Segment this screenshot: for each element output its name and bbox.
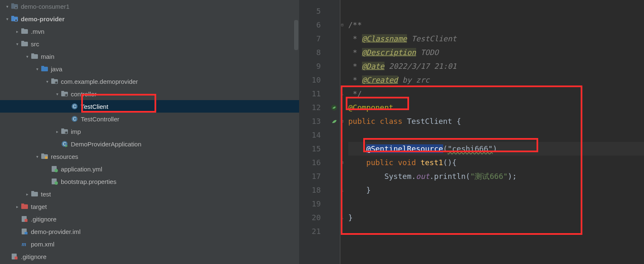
code-line[interactable]: * @Created by zrc (348, 73, 644, 87)
tree-item[interactable]: ▸target (0, 200, 299, 213)
svg-point-41 (55, 181, 58, 185)
code-line[interactable]: /** (348, 18, 644, 32)
scrollbar-thumb[interactable] (294, 20, 298, 50)
tree-item-label: DemoProviderApplication (71, 141, 141, 148)
tree-item-label: controller (71, 91, 97, 98)
token-field: out (416, 172, 430, 181)
tree-item[interactable]: ▸.mvn (0, 25, 299, 38)
chevron-down-icon[interactable]: ▾ (3, 17, 11, 21)
tree-item[interactable]: ▾java (0, 63, 299, 75)
tree-item-label: demo-provider (21, 15, 65, 23)
svg-rect-15 (41, 66, 44, 67)
code-line[interactable]: } (348, 211, 644, 224)
chevron-right-icon[interactable]: ▸ (53, 129, 61, 134)
code-line[interactable] (348, 4, 644, 18)
line-number: 14 (299, 128, 321, 142)
svg-text:m: m (22, 241, 26, 247)
chevron-down-icon[interactable]: ▾ (13, 42, 21, 46)
tree-item[interactable]: ▾demo-consumer1 (0, 0, 299, 13)
package-icon (61, 128, 68, 135)
folder-res-icon (41, 153, 48, 160)
code-line[interactable]: System.out.println("测试666"); (348, 169, 644, 183)
tree-item[interactable]: CDemoProviderApplication (0, 138, 299, 150)
code-line[interactable]: * @Description TODO (348, 45, 644, 59)
tree-item[interactable]: demo-provider.iml (0, 225, 299, 238)
code-line[interactable] (348, 197, 644, 211)
tree-item[interactable]: ▾controller (0, 88, 299, 100)
code-line[interactable]: */ (348, 87, 644, 101)
chevron-right-icon[interactable]: ▸ (23, 192, 31, 196)
chevron-down-icon[interactable]: ▾ (23, 54, 31, 59)
folder-icon (31, 190, 38, 198)
tree-item[interactable]: application.yml (0, 163, 299, 175)
token-method: test1 (420, 158, 443, 167)
gutter-empty (328, 73, 340, 87)
chevron-down-icon[interactable]: ▾ (53, 92, 61, 96)
gutter-empty (328, 18, 340, 32)
token-plain: ); (508, 172, 517, 181)
tree-item[interactable]: ▾src (0, 38, 299, 50)
gitignore-icon (11, 253, 18, 260)
code-line[interactable] (348, 224, 644, 238)
line-number: 20 (299, 211, 321, 224)
tree-item[interactable]: CTestController (0, 113, 299, 125)
token-plain: .println( (429, 172, 470, 181)
svg-rect-1 (11, 3, 14, 5)
gutter-empty (328, 183, 340, 197)
chevron-down-icon[interactable]: ▾ (3, 4, 11, 9)
code-line[interactable]: @SentinelResource("ceshi666") (348, 142, 644, 156)
chevron-down-icon[interactable]: ▾ (33, 154, 41, 159)
tree-item[interactable]: ▾resources (0, 150, 299, 163)
line-number: 8 (299, 45, 321, 59)
code-line[interactable]: } (348, 183, 644, 197)
fold-close-icon[interactable]: ⊥ (340, 211, 346, 224)
gutter-empty (328, 197, 340, 211)
gutter-empty (328, 87, 340, 101)
chevron-right-icon[interactable]: ▸ (13, 29, 21, 34)
fold-close-icon[interactable]: ⊥ (340, 183, 346, 197)
tree-item-label: pom.xml (31, 241, 55, 248)
project-tree[interactable]: ▾demo-consumer1▾demo-provider▸.mvn▾src▾m… (0, 0, 299, 264)
fold-open-icon[interactable]: ⊟ (340, 156, 346, 169)
tree-item[interactable]: ▾demo-provider (0, 13, 299, 25)
tree-item[interactable]: ▸imp (0, 125, 299, 138)
fold-empty (340, 128, 346, 142)
tree-item[interactable]: ▸test (0, 188, 299, 200)
tree-item[interactable]: ▾com.example.demoprovider (0, 75, 299, 88)
gitignore-icon (21, 215, 28, 223)
tree-item[interactable]: ▾main (0, 50, 299, 63)
code-line[interactable]: public void test1(){ (348, 156, 644, 169)
code-line[interactable]: @Component (348, 101, 644, 114)
gutter-empty (328, 32, 340, 45)
tree-item[interactable]: .gitignore (0, 213, 299, 225)
code-area[interactable]: /** * @Classname TestClient * @Descripti… (346, 0, 644, 264)
svg-text:C: C (73, 116, 76, 121)
fold-open-icon[interactable]: ⊟ (340, 18, 346, 32)
fold-open-icon[interactable]: ⊟ (340, 114, 346, 128)
chevron-down-icon[interactable]: ▾ (43, 79, 51, 84)
code-line[interactable]: public class TestClient { (348, 114, 644, 128)
fold-empty (340, 45, 346, 59)
folder-icon (31, 53, 38, 60)
code-line[interactable] (348, 128, 644, 142)
code-line[interactable]: * @Classname TestClient (348, 32, 644, 45)
fold-close-icon[interactable]: ⊥ (340, 87, 346, 101)
gutter-icons (328, 0, 340, 264)
tree-item[interactable]: mpom.xml (0, 238, 299, 250)
fold-bar[interactable]: ⊟⊥⊟⊟⊥⊥ (340, 0, 346, 264)
token-cmt: * (348, 48, 362, 57)
tree-item[interactable]: bootstrap.properties (0, 175, 299, 188)
gutter-empty (328, 224, 340, 238)
line-number: 19 (299, 197, 321, 211)
tree-item[interactable]: .gitignore (0, 250, 299, 263)
tree-item-selected[interactable]: CTestClient (0, 100, 299, 113)
token-cmt: * (348, 75, 362, 84)
folder-icon (21, 28, 28, 35)
svg-rect-44 (21, 204, 28, 209)
token-str-wavy: "ceshi666" (447, 144, 492, 153)
chevron-right-icon[interactable]: ▸ (13, 204, 21, 209)
code-line[interactable]: * @Date 2022/3/17 21:01 (348, 59, 644, 73)
tree-item-label: java (51, 65, 62, 73)
code-editor[interactable]: 56789101112131415161718192021 ⊟⊥⊟⊟⊥⊥ /**… (299, 0, 644, 264)
chevron-down-icon[interactable]: ▾ (33, 67, 41, 71)
